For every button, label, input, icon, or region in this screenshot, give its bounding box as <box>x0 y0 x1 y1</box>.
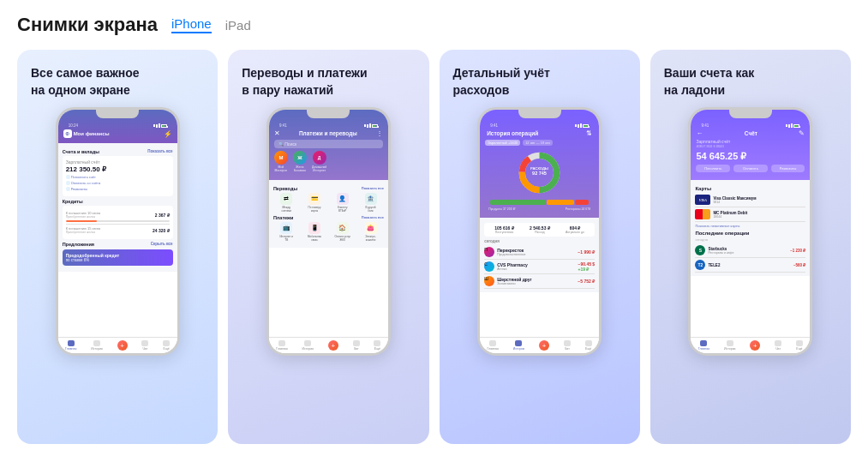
phone-4-screen: 9:41 ← Счёт ✎ Зарплатный счёт 4 <box>691 110 810 353</box>
phone-3-screen: 9:41 История операций ⇅ Зарплатный +3430 <box>480 110 599 353</box>
phone-3-container: 9:41 История операций ⇅ Зарплатный +3430 <box>440 107 640 368</box>
tab-iphone[interactable]: iPhone <box>171 16 212 33</box>
page-header: Снимки экрана iPhone iPad <box>17 14 851 36</box>
card-1-caption: Все самое важноена одном экране <box>17 50 218 107</box>
screenshot-card-4: Ваши счета какна ладони 9:41 ← <box>650 50 851 444</box>
page-title: Снимки экрана <box>17 14 158 36</box>
phone-1: 10:24 Ф Мои финансы ⚡ <box>56 107 180 356</box>
tab-ipad[interactable]: iPad <box>225 18 251 33</box>
phone-4-container: 9:41 ← Счёт ✎ Зарплатный счёт 4 <box>650 107 851 368</box>
card-2-caption: Переводы и платежив пару нажатий <box>228 50 428 107</box>
svg-text:РАСХОДЫ: РАСХОДЫ <box>530 166 548 171</box>
phone-4: 9:41 ← Счёт ✎ Зарплатный счёт 4 <box>688 107 812 356</box>
screenshot-card-2: Переводы и платежив пару нажатий 9:41 <box>228 50 428 444</box>
phone-3: 9:41 История операций ⇅ Зарплатный +3430 <box>477 107 602 356</box>
card-3-caption: Детальный учётрасходов <box>440 50 640 107</box>
phone-1-screen: 10:24 Ф Мои финансы ⚡ <box>58 110 177 353</box>
svg-text:92 745: 92 745 <box>532 171 547 176</box>
screenshots-row: Все самое важноена одном экране 10:24 <box>17 50 851 444</box>
screenshot-card-3: Детальный учётрасходов 9:41 История о <box>440 50 640 444</box>
phone-2-screen: 9:41 ✕ Платежи и переводы ⋮ 🔍 Поиск <box>269 110 388 353</box>
phone-2: 9:41 ✕ Платежи и переводы ⋮ 🔍 Поиск <box>266 107 391 356</box>
phone-1-container: 10:24 Ф Мои финансы ⚡ <box>17 107 218 368</box>
screenshot-card-1: Все самое важноена одном экране 10:24 <box>17 50 218 444</box>
phone-2-container: 9:41 ✕ Платежи и переводы ⋮ 🔍 Поиск <box>228 107 428 368</box>
card-4-caption: Ваши счета какна ладони <box>650 50 851 107</box>
